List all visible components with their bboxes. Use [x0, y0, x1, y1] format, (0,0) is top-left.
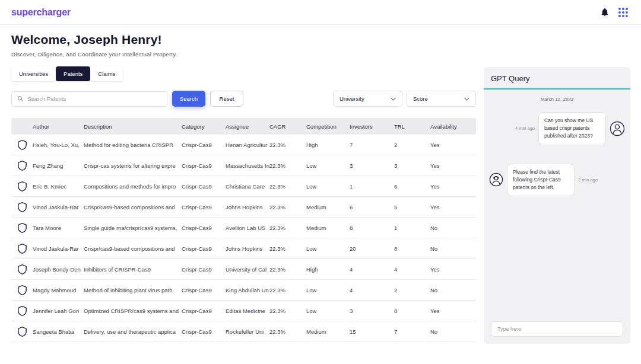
table-row[interactable]: Vinod Jaskula-Rar Crispr/cas9-based comp… [11, 238, 476, 259]
author-cell: Vinod Jaskula-Rar [33, 245, 84, 252]
trl-cell: 8 [394, 308, 430, 314]
welcome-section: Welcome, Joseph Henry! Discover, Diligen… [0, 25, 641, 58]
table-row[interactable]: Vinod Jaskula-Rar Crispr/cas9-based comp… [11, 197, 476, 218]
column-header: Competition [306, 123, 350, 130]
competition-cell: Low [306, 308, 350, 314]
cagr-cell: 22.3% [269, 204, 306, 210]
search-input[interactable] [27, 95, 161, 102]
description-cell: Inhibitors of CRISPR-Cas9 [84, 266, 182, 273]
chat-date: March 12, 2023 [484, 97, 630, 102]
tab-claims[interactable]: Claims [90, 66, 123, 81]
table-row[interactable]: Eric B. Kmiec Compositions and methods f… [11, 176, 476, 197]
description-cell: Delivery, use and therapeutic applica [84, 328, 182, 335]
table-row[interactable]: Tara Moore Single guide rna/crispr/cas9 … [11, 218, 476, 238]
apps-grid-icon[interactable] [618, 8, 628, 17]
table-row[interactable]: Sangeeta Bhatia Delivery, use and therap… [11, 321, 476, 342]
app-header: supercharger [0, 0, 641, 25]
search-icon [17, 95, 23, 102]
investors-cell: 1 [350, 183, 394, 190]
description-cell: Crispr/cas9-based compositions and [84, 245, 182, 252]
message-bubble: Can you show me US based crispr patents … [538, 112, 606, 145]
column-header: Assignee [226, 123, 269, 130]
competition-cell: Medium [306, 225, 350, 231]
filter-group: University Score [333, 91, 476, 107]
patent-shield-icon [11, 181, 33, 192]
author-cell: Hsieh, You-Lo, Xu, [33, 142, 84, 148]
main-content: Universities Patents Claims Search Reset… [11, 66, 476, 342]
header-icons [600, 7, 628, 17]
table-row[interactable]: Magdy Mahmoud Method of inhibiting plant… [11, 280, 476, 301]
description-cell: Compositions and methods for impro [84, 183, 182, 190]
author-cell: Magdy Mahmoud [33, 287, 84, 293]
column-header: Category [182, 123, 226, 130]
trl-cell: 1 [394, 225, 430, 231]
table-row[interactable]: Hsieh, You-Lo, Xu, Method for editing ba… [11, 135, 476, 155]
trl-cell: 2 [394, 287, 430, 293]
author-cell: Vinod Jaskula-Rar [33, 204, 84, 210]
patents-table: AuthorDescriptionCategoryAssigneeCAGRCom… [11, 118, 476, 342]
author-cell: Feng Zhang [33, 162, 84, 169]
availability-cell: Yes [430, 308, 476, 314]
investors-cell: 20 [350, 245, 394, 252]
search-button[interactable]: Search [172, 91, 205, 107]
user-avatar-icon [610, 121, 625, 136]
investors-cell: 7 [350, 142, 394, 148]
table-row[interactable]: Feng Zhang Crispr-cas systems for alteri… [11, 155, 476, 176]
app-logo: supercharger [11, 7, 71, 18]
availability-cell: No [430, 245, 476, 252]
message-timestamp: 4 min ago [515, 126, 535, 131]
university-dropdown[interactable]: University [333, 91, 402, 107]
description-cell: Single guide rna/crispr/cas9 systems, [84, 225, 182, 231]
description-cell: Crispr-cas systems for altering expre [84, 162, 182, 169]
tab-patents[interactable]: Patents [56, 66, 90, 81]
gpt-chat-input[interactable] [491, 321, 623, 337]
category-cell: Crispr-Cas9 [182, 308, 226, 314]
patent-shield-icon [11, 222, 33, 234]
table-header: AuthorDescriptionCategoryAssigneeCAGRCom… [11, 118, 476, 135]
cagr-cell: 22.3% [269, 308, 306, 314]
notification-bell-icon[interactable] [600, 7, 610, 17]
score-dropdown[interactable]: Score [407, 91, 476, 107]
patent-shield-icon [11, 202, 33, 213]
tab-bar: Universities Patents Claims [11, 66, 476, 81]
category-cell: Crispr-Cas9 [182, 225, 226, 231]
patent-shield-icon [11, 160, 33, 171]
score-dropdown-label: Score [413, 95, 428, 102]
cagr-cell: 22.3% [269, 183, 306, 190]
column-header: CAGR [269, 123, 306, 130]
reset-button[interactable]: Reset [210, 91, 243, 107]
search-toolbar: Search Reset University Score [11, 91, 476, 107]
assignee-cell: Avellion Lab US [226, 225, 269, 231]
search-box [11, 91, 167, 107]
chat-message-bot: Please find the latest following Crispr-… [484, 164, 630, 197]
competition-cell: Low [306, 183, 350, 190]
tab-universities[interactable]: Universities [11, 66, 56, 81]
category-cell: Crispr-Cas9 [182, 162, 226, 169]
author-cell: Joseph Bondy-Den [33, 266, 84, 273]
table-row[interactable]: Jennifer Leah Gori Optimized CRISPR/cas9… [11, 301, 476, 321]
investors-cell: 15 [350, 328, 394, 335]
table-row[interactable]: Joseph Bondy-Den Inhibitors of CRISPR-Ca… [11, 259, 476, 280]
trl-cell: 6 [394, 183, 430, 190]
assignee-cell: Johns Hopkins [226, 204, 269, 210]
patent-shield-icon [11, 326, 33, 337]
category-cell: Crispr-Cas9 [182, 266, 226, 273]
author-cell: Tara Moore [33, 225, 84, 231]
trl-cell: 2 [394, 142, 430, 148]
competition-cell: Medium [306, 328, 350, 335]
message-bubble: Please find the latest following Crispr-… [507, 164, 575, 197]
author-cell: Eric B. Kmiec [33, 183, 84, 190]
author-cell: Jennifer Leah Gori [33, 308, 84, 314]
assignee-cell: Henan Agricultur [226, 142, 269, 148]
column-header: Author [33, 123, 84, 130]
competition-cell: Low [306, 162, 350, 169]
availability-cell: Yes [430, 266, 476, 273]
column-header: Investors [350, 123, 394, 130]
page-title: Welcome, Joseph Henry! [11, 33, 629, 47]
category-cell: Crispr-Cas9 [182, 328, 226, 335]
assignee-cell: King Abdullah Un [226, 287, 269, 293]
investors-cell: 4 [350, 287, 394, 293]
description-cell: Crispr/cas9-based compositions and [84, 204, 182, 210]
investors-cell: 4 [350, 266, 394, 273]
column-header: TRL [394, 123, 430, 130]
